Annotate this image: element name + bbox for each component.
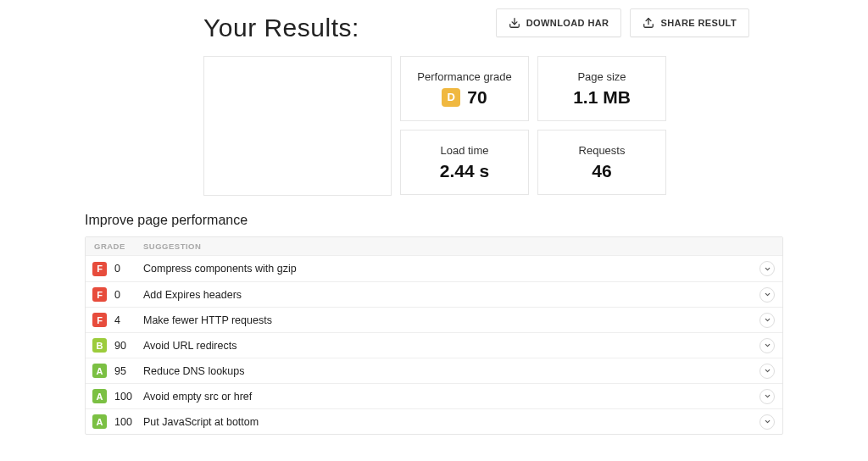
chevron-down-icon xyxy=(764,392,771,400)
expand-button[interactable] xyxy=(760,338,775,353)
suggestion-text: Avoid URL redirects xyxy=(143,340,752,352)
table-row[interactable]: A100Avoid empty src or href xyxy=(86,383,782,408)
table-row[interactable]: A100Put JavaScript at bottom xyxy=(86,408,782,434)
expand-button[interactable] xyxy=(760,364,775,379)
grade-score: 4 xyxy=(114,314,120,326)
grade-score: 0 xyxy=(114,263,120,275)
suggestion-text: Avoid empty src or href xyxy=(143,391,752,403)
col-header-suggestion: SUGGESTION xyxy=(143,242,782,251)
metric-label: Page size xyxy=(577,70,626,83)
expand-button[interactable] xyxy=(760,287,775,303)
suggestion-text: Add Expires headers xyxy=(143,289,752,301)
expand-button[interactable] xyxy=(760,313,775,328)
metric-value: 1.1 MB xyxy=(573,87,631,108)
share-result-label: SHARE RESULT xyxy=(660,18,737,28)
metric-performance-grade: Performance grade D 70 xyxy=(400,56,529,121)
metric-value: 46 xyxy=(592,161,611,181)
suggestion-text: Compress components with gzip xyxy=(143,263,752,275)
table-row[interactable]: F0Compress components with gzip xyxy=(86,256,782,281)
page-title: Your Results: xyxy=(203,14,359,42)
grade-badge: F xyxy=(92,287,107,302)
table-row[interactable]: A95Reduce DNS lookups xyxy=(86,358,782,383)
metric-value: 70 xyxy=(467,87,487,108)
metric-requests: Requests 46 xyxy=(537,130,666,195)
grade-badge: B xyxy=(92,338,107,353)
share-result-button[interactable]: SHARE RESULT xyxy=(630,8,749,37)
suggestions-table: GRADE SUGGESTION F0Compress components w… xyxy=(85,236,783,435)
suggestion-text: Make fewer HTTP requests xyxy=(143,314,752,326)
metric-label: Load time xyxy=(440,144,488,157)
results-summary: Performance grade D 70 Page size 1.1 MB … xyxy=(203,56,783,196)
metric-load-time: Load time 2.44 s xyxy=(400,130,529,195)
download-icon xyxy=(509,17,520,29)
grade-score: 95 xyxy=(114,365,126,377)
metric-label: Requests xyxy=(579,144,626,157)
chevron-down-icon xyxy=(764,291,771,298)
grade-badge: A xyxy=(92,414,107,429)
chevron-down-icon xyxy=(764,342,771,349)
expand-button[interactable] xyxy=(760,414,775,430)
table-row[interactable]: F0Add Expires headers xyxy=(86,281,782,307)
share-icon xyxy=(643,17,654,29)
grade-score: 100 xyxy=(114,391,132,403)
chevron-down-icon xyxy=(764,418,771,425)
metric-page-size: Page size 1.1 MB xyxy=(537,56,666,121)
chevron-down-icon xyxy=(764,316,771,324)
col-header-grade: GRADE xyxy=(86,242,143,251)
metric-label: Performance grade xyxy=(417,70,511,83)
screenshot-placeholder xyxy=(203,56,392,196)
improve-section-title: Improve page performance xyxy=(0,213,868,236)
table-row[interactable]: F4Make fewer HTTP requests xyxy=(86,307,782,332)
expand-button[interactable] xyxy=(760,389,775,404)
grade-badge: D xyxy=(442,88,460,107)
grade-badge: F xyxy=(92,313,107,327)
suggestion-text: Reduce DNS lookups xyxy=(143,365,752,377)
chevron-down-icon xyxy=(764,265,771,273)
grade-score: 0 xyxy=(114,289,120,301)
grade-badge: F xyxy=(92,262,107,276)
grade-score: 90 xyxy=(114,340,126,352)
table-row[interactable]: B90Avoid URL redirects xyxy=(86,332,782,358)
download-har-button[interactable]: DOWNLOAD HAR xyxy=(496,8,622,37)
chevron-down-icon xyxy=(764,367,771,375)
expand-button[interactable] xyxy=(760,261,775,276)
metric-value: 2.44 s xyxy=(440,161,489,181)
suggestion-text: Put JavaScript at bottom xyxy=(143,416,752,428)
grade-badge: A xyxy=(92,364,107,378)
download-har-label: DOWNLOAD HAR xyxy=(526,18,609,28)
grade-score: 100 xyxy=(114,416,132,428)
grade-badge: A xyxy=(92,389,107,403)
